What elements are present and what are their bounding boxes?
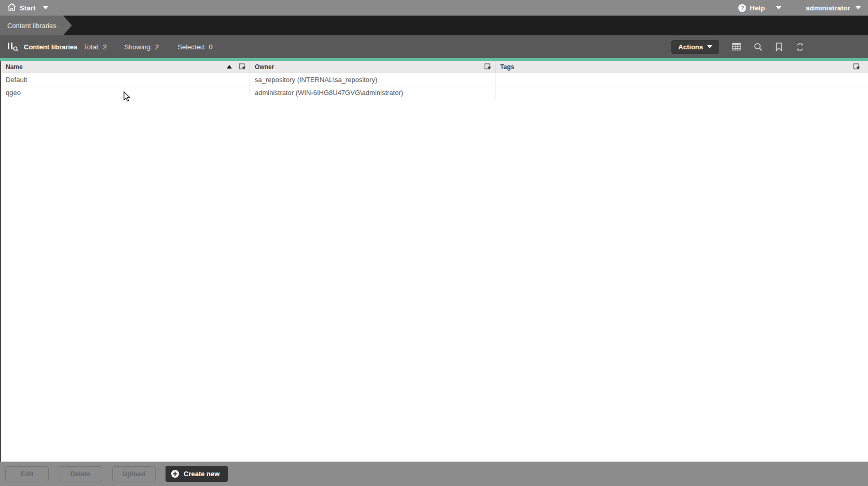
breadcrumb-item-content-libraries[interactable]: Content libraries xyxy=(0,16,72,35)
plus-circle-icon xyxy=(171,469,180,478)
page-title: Content libraries xyxy=(24,43,77,51)
search-icon[interactable] xyxy=(754,43,763,51)
table-row-default[interactable]: Default sa_repository (INTERNAL\sa_repos… xyxy=(1,73,868,86)
delete-button[interactable]: Delete xyxy=(59,466,102,481)
content-libraries-icon xyxy=(7,42,19,51)
chevron-down-icon xyxy=(856,6,861,9)
chevron-down-icon xyxy=(707,45,712,48)
footer-action-bar: Edit Delete Upload Create new xyxy=(0,462,868,486)
edit-button[interactable]: Edit xyxy=(5,466,49,481)
content-libraries-table: Name Owner Tags xyxy=(0,61,868,99)
column-header-tags[interactable]: Tags xyxy=(495,61,868,73)
help-icon: ? xyxy=(738,4,746,12)
showing-label: Showing: xyxy=(125,43,152,51)
sort-ascending-icon xyxy=(227,65,232,69)
table-row-qgeo[interactable]: qgeo administrator (WIN-6IHG8U47GVG\admi… xyxy=(1,86,868,99)
user-label: administrator xyxy=(806,4,850,12)
total-counter: Total: 2 xyxy=(84,43,106,51)
cell-tags xyxy=(495,73,868,86)
cell-name: qgeo xyxy=(1,86,250,99)
user-menu[interactable]: administrator xyxy=(802,4,861,12)
total-label: Total: xyxy=(84,43,100,51)
help-label: Help xyxy=(750,4,765,12)
selected-value: 0 xyxy=(209,43,213,51)
showing-counter: Showing: 2 xyxy=(125,43,159,51)
chevron-down-icon xyxy=(776,6,781,9)
breadcrumb-label: Content libraries xyxy=(7,22,57,30)
actions-label: Actions xyxy=(678,43,703,51)
column-label: Owner xyxy=(255,63,274,71)
cell-owner: sa_repository (INTERNAL\sa_repository) xyxy=(250,73,495,86)
start-menu[interactable]: Start xyxy=(7,3,48,12)
column-header-owner[interactable]: Owner xyxy=(250,61,495,73)
column-filter-icon[interactable] xyxy=(852,63,861,71)
bookmark-icon[interactable] xyxy=(776,43,782,51)
home-icon xyxy=(7,3,16,12)
table-empty-area xyxy=(0,99,868,462)
column-label: Name xyxy=(6,63,23,71)
column-header-name[interactable]: Name xyxy=(1,61,250,73)
help-menu[interactable]: ? Help xyxy=(738,4,781,12)
create-new-button[interactable]: Create new xyxy=(166,466,228,482)
top-navigation-bar: Start ? Help administrator xyxy=(0,0,868,16)
column-selector-icon[interactable] xyxy=(732,43,741,51)
refresh-icon[interactable] xyxy=(795,43,805,51)
showing-value: 2 xyxy=(155,43,159,51)
column-filter-icon[interactable] xyxy=(238,63,246,71)
selected-counter: Selected: 0 xyxy=(177,43,212,51)
chevron-down-icon xyxy=(43,6,48,9)
selected-label: Selected: xyxy=(177,43,205,51)
table-header-row: Name Owner Tags xyxy=(1,61,868,73)
start-label: Start xyxy=(20,4,36,12)
column-filter-icon[interactable] xyxy=(484,63,492,71)
column-label: Tags xyxy=(500,63,514,71)
page-toolbar: Content libraries Total: 2 Showing: 2 Se… xyxy=(0,35,868,58)
breadcrumb: Content libraries xyxy=(0,16,868,35)
cell-tags xyxy=(495,86,868,99)
create-new-label: Create new xyxy=(184,470,219,478)
cell-owner: administrator (WIN-6IHG8U47GVG\administr… xyxy=(250,86,495,99)
total-value: 2 xyxy=(103,43,106,51)
cell-name: Default xyxy=(1,73,250,86)
actions-button[interactable]: Actions xyxy=(671,40,719,54)
upload-button[interactable]: Upload xyxy=(112,466,156,481)
